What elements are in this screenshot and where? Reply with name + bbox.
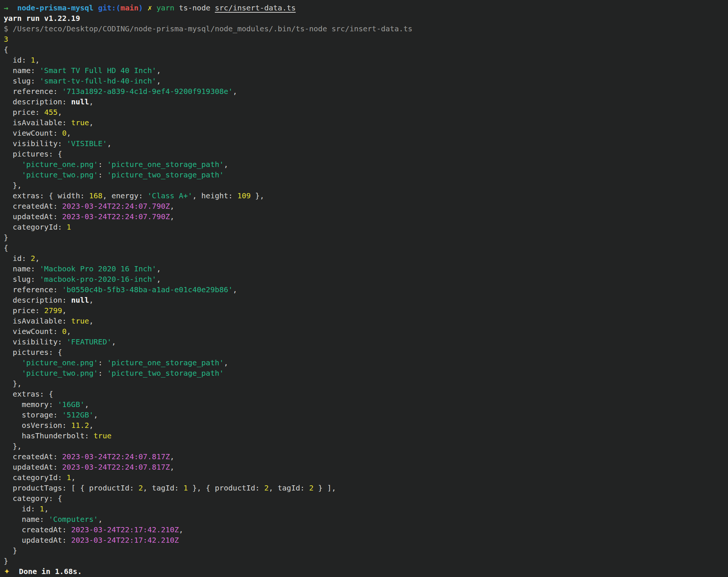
text-segment: , tagId:	[143, 483, 183, 492]
text-segment: 1	[183, 483, 188, 492]
terminal-line: ✦ Done in 1.68s.	[4, 566, 728, 577]
text-segment: hasThunderbolt:	[4, 431, 94, 440]
terminal-line: 'picture_one.png': 'picture_one_storage_…	[4, 357, 728, 368]
terminal-line: id: 2,	[4, 253, 728, 264]
text-segment: pictures: {	[4, 149, 62, 158]
terminal-line: price: 2799,	[4, 305, 728, 316]
text-segment: categoryId:	[4, 473, 67, 482]
terminal-line: pictures: {	[4, 149, 728, 159]
text-segment: ts-node	[175, 3, 215, 12]
text-segment: slug:	[4, 76, 40, 85]
text-segment: ,	[89, 118, 94, 127]
terminal-line: },	[4, 441, 728, 451]
text-segment	[4, 358, 22, 367]
terminal-line: category: {	[4, 493, 728, 504]
text-segment: git:(	[98, 3, 120, 12]
text-segment: id:	[4, 56, 31, 64]
terminal-line: name: 'Macbook Pro 2020 16 Inch',	[4, 264, 728, 274]
text-segment: category: {	[4, 494, 62, 503]
terminal-line: {	[4, 243, 728, 253]
text-segment: extras: {	[4, 390, 53, 398]
terminal-line: 'picture_one.png': 'picture_one_storage_…	[4, 159, 728, 170]
text-segment: 2023-03-24T22:17:42.210Z	[71, 525, 179, 534]
text-segment: ,	[71, 473, 76, 482]
terminal-line: visibility: 'FEATURED',	[4, 337, 728, 347]
text-segment: Done in 1.68s.	[10, 567, 82, 576]
terminal-line: viewCount: 0,	[4, 326, 728, 337]
text-segment: reference:	[4, 285, 62, 294]
terminal-line: reference: '713a1892-a839-4c1d-9ef4-9200…	[4, 86, 728, 97]
text-segment: ,	[35, 56, 40, 64]
sparkles-icon: ✦	[4, 567, 10, 576]
text-segment: 2	[309, 483, 314, 492]
text-segment: ,	[179, 525, 183, 534]
text-segment: 2799	[44, 306, 62, 315]
terminal-line: }	[4, 545, 728, 556]
text-segment: 2023-03-24T22:24:07.817Z	[62, 463, 170, 472]
terminal-line: $ /Users/teco/Desktop/CODING/node-prisma…	[4, 23, 728, 34]
text-segment: 2	[31, 254, 35, 263]
text-segment: ,	[170, 463, 175, 472]
text-segment: :	[98, 170, 107, 179]
text-segment: reference:	[4, 87, 62, 96]
text-segment: 11.2	[71, 421, 89, 430]
terminal-window[interactable]: → node-prisma-mysql git:(main) ✗ yarn ts…	[0, 0, 728, 577]
text-segment: ,	[156, 275, 161, 284]
text-segment: '713a1892-a839-4c1d-9ef4-9200f919308e'	[62, 87, 233, 96]
text-segment: slug:	[4, 275, 40, 284]
terminal-line: isAvailable: true,	[4, 117, 728, 128]
text-segment: ,	[170, 452, 175, 461]
text-segment: src/insert-data.ts	[215, 3, 296, 12]
text-segment: ,	[89, 296, 94, 305]
terminal-line: viewCount: 0,	[4, 128, 728, 138]
text-segment: 'picture_one.png'	[22, 358, 98, 367]
text-segment: pictures: {	[4, 348, 62, 357]
text-segment: 2	[138, 483, 143, 492]
text-segment: true	[94, 431, 112, 440]
text-segment: , tagId:	[269, 483, 309, 492]
terminal-line: {	[4, 44, 728, 55]
text-segment: ,	[94, 410, 98, 419]
text-segment: yarn run v1.22.19	[4, 14, 80, 23]
text-segment: 2	[264, 483, 269, 492]
text-segment: ,	[107, 139, 112, 148]
text-segment: 'picture_two.png'	[22, 170, 98, 179]
text-segment	[94, 3, 98, 12]
text-segment: 'Smart TV Full HD 40 Inch'	[40, 66, 156, 75]
text-segment: 109	[237, 191, 251, 200]
text-segment: isAvailable:	[4, 316, 71, 325]
text-segment: },	[4, 379, 22, 388]
terminal-line: createdAt: 2023-03-24T22:24:07.817Z,	[4, 451, 728, 462]
terminal-line: extras: {	[4, 389, 728, 399]
terminal-line: id: 1,	[4, 55, 728, 65]
text-segment: name:	[4, 264, 40, 273]
text-segment: 'b0550c4b-5fb3-48ba-a1ad-e01c40e29b86'	[62, 285, 233, 294]
text-segment: categoryId:	[4, 223, 67, 231]
text-segment: 1	[67, 223, 71, 231]
terminal-line: description: null,	[4, 295, 728, 305]
terminal-line: isAvailable: true,	[4, 316, 728, 326]
terminal-line: memory: '16GB',	[4, 399, 728, 410]
text-segment: ,	[35, 254, 40, 263]
text-segment: ,	[67, 327, 71, 336]
text-segment: 'picture_one.png'	[22, 160, 98, 169]
text-segment: ,	[62, 306, 67, 315]
text-segment: price:	[4, 108, 44, 117]
text-segment: storage:	[4, 410, 62, 419]
text-segment: 2023-03-24T22:24:07.790Z	[62, 212, 170, 221]
text-segment: updatedAt:	[4, 536, 71, 545]
text-segment: 'Class A+'	[147, 191, 192, 200]
terminal-line: createdAt: 2023-03-24T22:24:07.790Z,	[4, 201, 728, 211]
terminal-line: id: 1,	[4, 504, 728, 514]
text-segment: 'picture_one_storage_path'	[107, 358, 224, 367]
text-segment: {	[4, 45, 8, 54]
terminal-line: updatedAt: 2023-03-24T22:24:07.790Z,	[4, 211, 728, 222]
terminal-line: hasThunderbolt: true	[4, 431, 728, 441]
text-segment: 'FEATURED'	[67, 337, 112, 346]
text-segment: createdAt:	[4, 525, 71, 534]
text-segment: viewCount:	[4, 327, 62, 336]
text-segment: } ],	[314, 483, 336, 492]
text-segment: ,	[170, 212, 175, 221]
terminal-line: slug: 'smart-tv-full-hd-40-inch',	[4, 76, 728, 86]
git-dirty-icon: ✗	[147, 3, 152, 12]
